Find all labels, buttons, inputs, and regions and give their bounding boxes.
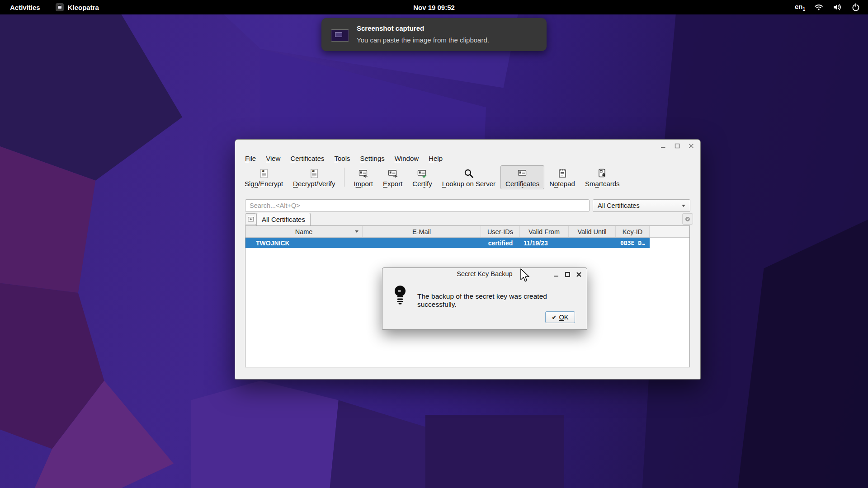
close-tab-button[interactable]: [682, 213, 693, 225]
notification-body: You can paste the image from the clipboa…: [357, 36, 489, 44]
mouse-cursor: [520, 268, 531, 285]
menu-help[interactable]: Help: [424, 154, 448, 163]
tab-all-certificates[interactable]: All Certificates: [256, 213, 311, 225]
notification-title: Screenshot captured: [357, 24, 424, 32]
focused-app-name: Kleopatra: [68, 4, 99, 11]
toolbar-button-label: Decrypt/Verify: [293, 180, 335, 188]
search-input[interactable]: [245, 199, 590, 212]
toolbar-button-label: Certify: [412, 180, 432, 188]
notepad-icon: [557, 168, 568, 179]
toolbar-button-label: Lookup on Server: [442, 180, 495, 188]
screenshot-thumbnail-icon: [331, 29, 349, 42]
column-header-valid-from[interactable]: Valid From: [520, 226, 569, 237]
keyboard-layout-indicator[interactable]: en1: [795, 3, 805, 12]
column-header-key-id[interactable]: Key-ID: [616, 226, 650, 237]
volume-icon: [832, 2, 842, 12]
wifi-icon: [814, 2, 824, 12]
column-header-label: User-IDs: [487, 228, 513, 235]
toolbar-button-sign-encrypt[interactable]: Sign/Encrypt: [240, 165, 288, 189]
card-export-icon: [387, 168, 398, 179]
card-id-icon: [517, 168, 528, 179]
toolbar-button-certify[interactable]: Certify: [407, 165, 437, 189]
ok-button[interactable]: ✔ OK: [545, 311, 575, 323]
chevron-down-icon: [682, 205, 685, 207]
toolbar: Sign/EncryptDecrypt/VerifyImportExportCe…: [235, 164, 700, 191]
card-certify-icon: [417, 168, 428, 179]
magnifier-icon: [463, 168, 474, 179]
column-header-e-mail[interactable]: E-Mail: [363, 226, 481, 237]
lightbulb-icon: [392, 284, 408, 308]
document-verify-icon: [309, 168, 320, 179]
ok-button-label: OK: [559, 314, 568, 321]
menu-certificates[interactable]: Certificates: [285, 154, 329, 163]
kleopatra-window: FileViewCertificatesToolsSettingsWindowH…: [235, 139, 701, 380]
column-header-label: Key-ID: [623, 228, 642, 235]
cell-valid-from: 11/19/23: [520, 239, 569, 247]
menu-settings[interactable]: Settings: [355, 154, 390, 163]
smartcard-icon: [597, 168, 608, 179]
document-sign-icon: [259, 168, 269, 179]
table-row[interactable]: TWOJNICKcertified11/19/230B3E D…: [245, 238, 650, 248]
top-bar-left: Activities Kleopatra: [0, 3, 99, 12]
toolbar-button-label: Certificates: [505, 180, 539, 188]
toolbar-button-notepad[interactable]: Notepad: [544, 165, 580, 189]
card-import-icon: [358, 168, 369, 179]
table-body: TWOJNICKcertified11/19/230B3E D…: [245, 238, 689, 248]
menu-bar: FileViewCertificatesToolsSettingsWindowH…: [235, 152, 700, 164]
toolbar-button-label: Import: [354, 180, 373, 188]
column-header-label: Name: [295, 228, 313, 235]
clock-button[interactable]: Nov 19 09:52: [410, 3, 458, 12]
toolbar-button-smartcards[interactable]: Smartcards: [580, 165, 625, 189]
window-maximize-button[interactable]: [674, 143, 680, 149]
sort-indicator-icon: [355, 230, 359, 233]
column-header-valid-until[interactable]: Valid Until: [569, 226, 616, 237]
notification-banner[interactable]: Screenshot captured You can paste the im…: [321, 18, 547, 51]
desktop-screen: Activities Kleopatra Nov 19 09:52 en1: [0, 0, 868, 488]
menu-view[interactable]: View: [261, 154, 285, 163]
window-titlebar[interactable]: [235, 140, 700, 152]
cell-name: TWOJNICK: [245, 239, 363, 247]
column-header-filler: [650, 226, 689, 237]
window-minimize-button[interactable]: [660, 143, 666, 149]
toolbar-button-import[interactable]: Import: [349, 165, 378, 189]
certificate-filter-dropdown[interactable]: All Certificates: [593, 199, 690, 212]
toolbar-button-label: Smartcards: [585, 180, 620, 188]
toolbar-button-decrypt-verify[interactable]: Decrypt/Verify: [288, 165, 340, 189]
dialog-maximize-button[interactable]: [565, 271, 571, 279]
kleopatra-app-icon: [56, 3, 64, 11]
menu-file[interactable]: File: [240, 154, 261, 163]
menu-tools[interactable]: Tools: [329, 154, 355, 163]
certificate-filter-value: All Certificates: [598, 202, 640, 209]
toolbar-button-lookup-on-server[interactable]: Lookup on Server: [437, 165, 500, 189]
column-header-label: Valid Until: [577, 228, 606, 235]
activities-button[interactable]: Activities: [8, 3, 42, 12]
menu-window[interactable]: Window: [390, 154, 424, 163]
cell-key-id: 0B3E D…: [616, 239, 650, 246]
dialog-minimize-button[interactable]: [553, 271, 559, 279]
system-tray[interactable]: en1: [795, 2, 868, 12]
toolbar-button-label: Sign/Encrypt: [245, 180, 283, 188]
check-icon: ✔: [552, 314, 557, 321]
column-header-user-ids[interactable]: User-IDs: [481, 226, 520, 237]
dialog-close-button[interactable]: [576, 271, 582, 279]
secret-key-backup-dialog: Secret Key Backup The backup of the secr…: [382, 267, 587, 330]
toolbar-separator: [344, 168, 344, 187]
toolbar-button-label: Notepad: [549, 180, 575, 188]
new-tab-button[interactable]: [245, 213, 256, 225]
gnome-top-bar: Activities Kleopatra Nov 19 09:52 en1: [0, 0, 868, 14]
toolbar-button-label: Export: [383, 180, 402, 188]
column-header-label: Valid From: [528, 228, 560, 235]
toolbar-button-export[interactable]: Export: [378, 165, 407, 189]
toolbar-button-certificates[interactable]: Certificates: [500, 165, 544, 189]
dialog-message: The backup of the secret key was created…: [417, 292, 587, 309]
focused-app-indicator[interactable]: Kleopatra: [56, 3, 99, 11]
window-close-button[interactable]: [688, 143, 694, 149]
column-header-label: E-Mail: [412, 228, 431, 235]
cell-user-ids: certified: [481, 239, 520, 247]
power-icon: [851, 2, 861, 12]
column-header-name[interactable]: Name: [245, 226, 363, 237]
table-header: NameE-MailUser-IDsValid FromValid UntilK…: [245, 226, 689, 238]
